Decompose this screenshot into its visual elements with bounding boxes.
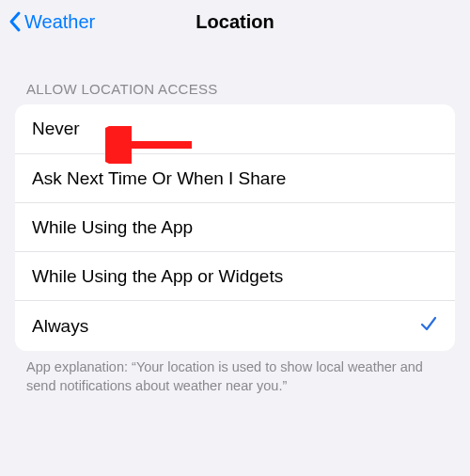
option-label: While Using the App or Widgets [32, 266, 283, 287]
option-ask-next-time[interactable]: Ask Next Time Or When I Share [15, 153, 455, 202]
option-while-using-app[interactable]: While Using the App [15, 202, 455, 251]
option-label: While Using the App [32, 217, 193, 238]
chevron-left-icon [8, 10, 23, 33]
page-title: Location [196, 11, 274, 33]
checkmark-icon [419, 314, 438, 338]
option-label: Always [32, 316, 88, 337]
footer-explanation: App explanation: “Your location is used … [0, 351, 470, 395]
option-never[interactable]: Never [15, 104, 455, 153]
options-card: Never Ask Next Time Or When I Share Whil… [15, 104, 455, 351]
back-button[interactable]: Weather [8, 0, 95, 43]
option-always[interactable]: Always [15, 300, 455, 351]
back-label: Weather [24, 11, 95, 33]
option-label: Ask Next Time Or When I Share [32, 168, 286, 189]
section-header: ALLOW LOCATION ACCESS [0, 43, 470, 104]
option-while-using-app-or-widgets[interactable]: While Using the App or Widgets [15, 251, 455, 300]
navigation-bar: Weather Location [0, 0, 470, 43]
option-label: Never [32, 119, 80, 139]
